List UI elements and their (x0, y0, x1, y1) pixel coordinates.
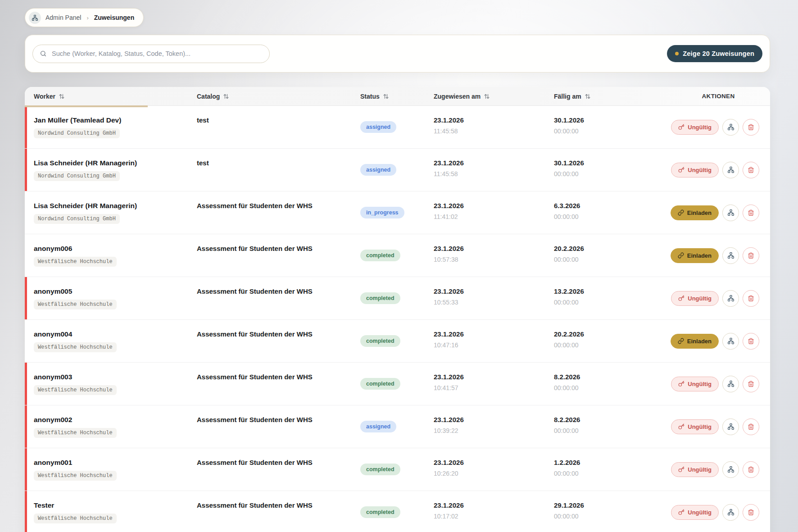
status-cell: completed (360, 363, 434, 405)
delete-button[interactable] (743, 119, 759, 136)
catalog-name: Assessment für Studenten der WHS (197, 373, 318, 381)
actions-cell: Ungültig (667, 405, 770, 448)
hierarchy-button[interactable] (722, 461, 739, 478)
actions-cell: Ungültig (667, 448, 770, 491)
hierarchy-button[interactable] (722, 247, 739, 264)
delete-button[interactable] (743, 418, 759, 435)
due-at-cell: 30.1.2026 00:00:00 (554, 149, 667, 191)
worker-name: anonym005 (34, 287, 72, 296)
state-action-button[interactable]: Ungültig (671, 377, 719, 391)
state-action-button[interactable]: Ungültig (671, 291, 719, 306)
breadcrumb: Admin Panel › Zuweisungen (25, 8, 144, 27)
state-action-button[interactable]: Einladen (671, 334, 719, 349)
sort-icon (223, 93, 229, 100)
state-action-button[interactable]: Ungültig (671, 505, 719, 520)
assigned-at-cell: 23.1.2026 10:26:20 (434, 448, 554, 491)
worker-name: Tester (34, 501, 54, 509)
assigned-date: 23.1.2026 (434, 458, 464, 467)
worker-name: anonym006 (34, 244, 72, 253)
key-icon (678, 381, 685, 387)
catalog-name: Assessment für Studenten der WHS (197, 287, 318, 296)
worker-name: Lisa Schneider (HR Managerin) (34, 201, 137, 210)
catalog-name: test (197, 159, 214, 167)
delete-button[interactable] (743, 376, 759, 392)
trash-icon (748, 209, 754, 216)
trash-icon (748, 295, 754, 302)
sitemap-icon (727, 380, 735, 387)
hierarchy-button[interactable] (722, 162, 739, 178)
status-cell: completed (360, 320, 434, 362)
state-action-button[interactable]: Ungültig (671, 163, 719, 177)
table-row: Lisa Schneider (HR Managerin) Nordwind C… (25, 149, 770, 191)
delete-button[interactable] (743, 504, 759, 521)
sitemap-icon (727, 466, 735, 473)
catalog-cell: Assessment für Studenten der WHS (197, 320, 360, 362)
due-date: 1.2.2026 (554, 458, 580, 467)
state-action-button[interactable]: Ungültig (671, 462, 719, 477)
delete-button[interactable] (743, 461, 759, 478)
table-row: anonym003 Westfälische Hochschule Assess… (25, 363, 770, 405)
hierarchy-button[interactable] (722, 504, 739, 521)
hierarchy-button[interactable] (722, 418, 739, 435)
column-header-assigned-at[interactable]: Zugewiesen am (434, 93, 554, 100)
due-at-cell: 6.3.2026 00:00:00 (554, 191, 667, 234)
due-date: 8.2.2026 (554, 373, 580, 381)
column-header-status[interactable]: Status (360, 93, 434, 100)
worker-name: anonym004 (34, 330, 72, 338)
assigned-at-cell: 23.1.2026 11:45:58 (434, 149, 554, 191)
sort-icon (383, 93, 389, 100)
worker-name: Jan Müller (Teamlead Dev) (34, 116, 121, 124)
hierarchy-button[interactable] (722, 290, 739, 307)
state-action-button[interactable]: Ungültig (671, 419, 719, 434)
due-time: 00:00:00 (554, 127, 579, 135)
actions-cell: Ungültig (667, 149, 770, 191)
state-action-button[interactable]: Einladen (671, 205, 719, 220)
assignments-count-badge: Zeige 20 Zuweisungen (667, 45, 762, 62)
horizontal-scrollbar[interactable] (25, 105, 148, 107)
assigned-date: 23.1.2026 (434, 501, 464, 509)
worker-name: Lisa Schneider (HR Managerin) (34, 159, 137, 167)
catalog-cell: Assessment für Studenten der WHS (197, 405, 360, 448)
assigned-at-cell: 23.1.2026 10:55:33 (434, 277, 554, 319)
trash-icon (748, 381, 754, 387)
due-at-cell: 8.2.2026 00:00:00 (554, 363, 667, 405)
column-header-worker[interactable]: Worker (25, 93, 197, 100)
delete-button[interactable] (743, 290, 759, 307)
status-badge: completed (360, 378, 400, 390)
actions-cell: Einladen (667, 320, 770, 362)
status-badge: completed (360, 464, 400, 475)
column-header-catalog[interactable]: Catalog (197, 93, 360, 100)
delete-button[interactable] (743, 162, 759, 178)
delete-button[interactable] (743, 205, 759, 221)
table-row: Lisa Schneider (HR Managerin) Nordwind C… (25, 191, 770, 234)
trash-icon (748, 167, 754, 173)
worker-cell: anonym005 Westfälische Hochschule (25, 277, 197, 319)
due-time: 00:00:00 (554, 341, 579, 349)
delete-button[interactable] (743, 333, 759, 350)
assigned-at-cell: 23.1.2026 10:47:16 (434, 320, 554, 362)
hierarchy-button[interactable] (722, 205, 739, 221)
breadcrumb-admin-panel[interactable]: Admin Panel (45, 14, 81, 21)
worker-cell: anonym004 Westfälische Hochschule (25, 320, 197, 362)
hierarchy-button[interactable] (722, 333, 739, 350)
status-badge: completed (360, 250, 400, 261)
actions-cell: Ungültig (667, 277, 770, 319)
sitemap-icon (727, 123, 735, 131)
link-icon (678, 209, 684, 216)
column-header-due-at[interactable]: Fällig am (554, 93, 667, 100)
status-badge: in_progress (360, 207, 404, 218)
search-input[interactable] (51, 50, 263, 58)
key-icon (678, 466, 685, 473)
state-action-button[interactable]: Ungültig (671, 120, 719, 135)
due-date: 30.1.2026 (554, 159, 584, 167)
organization-tag: Westfälische Hochschule (34, 428, 117, 438)
hierarchy-button[interactable] (722, 376, 739, 392)
delete-button[interactable] (743, 247, 759, 264)
status-cell: assigned (360, 106, 434, 148)
actions-cell: Ungültig (667, 363, 770, 405)
catalog-name: Assessment für Studenten der WHS (197, 415, 318, 424)
trash-icon (748, 509, 754, 516)
catalog-cell: Assessment für Studenten der WHS (197, 448, 360, 491)
hierarchy-button[interactable] (722, 119, 739, 136)
state-action-button[interactable]: Einladen (671, 248, 719, 263)
